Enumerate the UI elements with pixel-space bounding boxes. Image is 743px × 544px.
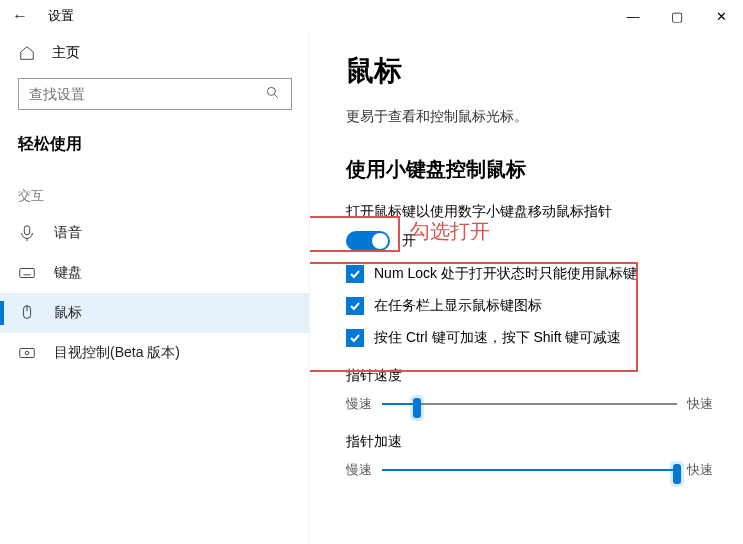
window-title: 设置 [48,7,74,25]
check-label: Num Lock 处于打开状态时只能使用鼠标键 [374,265,637,283]
fast-label: 快速 [687,461,713,479]
svg-point-12 [25,351,29,355]
main-panel: 鼠标 更易于查看和控制鼠标光标。 使用小键盘控制鼠标 打开鼠标键以使用数字小键盘… [310,32,743,544]
home-label: 主页 [52,44,80,62]
maximize-button[interactable]: ▢ [655,0,699,32]
nav-label: 语音 [54,224,82,242]
home-icon [18,44,36,62]
search-box[interactable] [18,78,292,110]
fast-label: 快速 [687,395,713,413]
sidebar-item-voice[interactable]: 语音 [0,213,309,253]
pointer-accel-label: 指针加速 [346,433,713,451]
nav-label: 目视控制(Beta 版本) [54,344,180,362]
title-bar: ← 设置 ― ▢ ✕ [0,0,743,32]
check-label: 在任务栏上显示鼠标键图标 [374,297,542,315]
sidebar: 主页 轻松使用 交互 语音 键盘 [0,32,310,544]
page-description: 更易于查看和控制鼠标光标。 [346,108,713,126]
toggle-description: 打开鼠标键以使用数字小键盘移动鼠标指针 [346,203,713,221]
svg-point-0 [267,87,275,95]
eye-icon [18,344,36,362]
nav-label: 键盘 [54,264,82,282]
sidebar-item-keyboard[interactable]: 键盘 [0,253,309,293]
svg-rect-11 [20,349,34,358]
nav-label: 鼠标 [54,304,82,322]
slow-label: 慢速 [346,461,372,479]
close-button[interactable]: ✕ [699,0,743,32]
page-heading: 鼠标 [346,52,713,90]
svg-rect-2 [24,226,29,235]
pointer-speed-label: 指针速度 [346,367,713,385]
check-label: 按住 Ctrl 键可加速，按下 Shift 键可减速 [374,329,621,347]
slow-label: 慢速 [346,395,372,413]
sidebar-item-eyecontrol[interactable]: 目视控制(Beta 版本) [0,333,309,373]
microphone-icon [18,224,36,242]
numlock-checkbox[interactable] [346,265,364,283]
ctrl-shift-checkbox[interactable] [346,329,364,347]
mouse-keys-toggle[interactable] [346,231,390,251]
group-title: 交互 [0,179,309,213]
minimize-button[interactable]: ― [611,0,655,32]
toggle-state-label: 开 [402,232,416,250]
search-input[interactable] [29,86,265,102]
section-title: 轻松使用 [0,120,309,179]
home-link[interactable]: 主页 [0,38,309,68]
pointer-accel-slider[interactable] [382,461,677,479]
svg-line-1 [275,94,278,97]
section-heading: 使用小键盘控制鼠标 [346,156,713,183]
keyboard-icon [18,264,36,282]
mouse-icon [18,304,36,322]
svg-rect-3 [20,269,34,278]
taskbar-icon-checkbox[interactable] [346,297,364,315]
search-icon [265,85,281,104]
sidebar-item-mouse[interactable]: 鼠标 [0,293,309,333]
back-button[interactable]: ← [0,7,40,25]
pointer-speed-slider[interactable] [382,395,677,413]
